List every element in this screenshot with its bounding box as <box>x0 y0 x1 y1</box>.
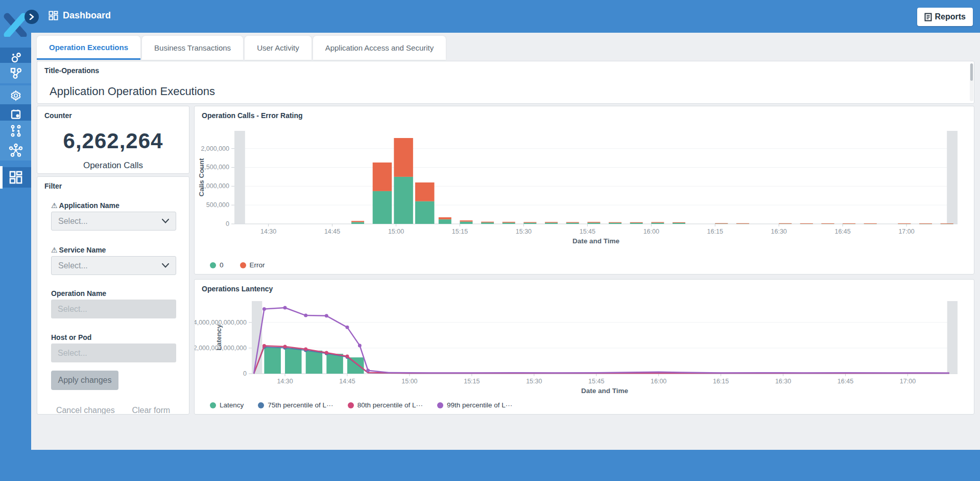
tab-label: Operation Executions <box>49 43 128 52</box>
legend-item-error[interactable]: Error <box>240 261 265 269</box>
legend-label: Latency <box>220 401 244 409</box>
dashboard-grid-icon <box>49 11 58 20</box>
cancel-changes-link[interactable]: Cancel changes <box>56 406 115 415</box>
sidebar-item-service-map[interactable] <box>0 140 31 161</box>
svg-text:15:00: 15:00 <box>388 228 404 235</box>
sidebar-item-dashboards[interactable] <box>0 167 31 188</box>
svg-text:16:45: 16:45 <box>838 378 853 385</box>
reports-button[interactable]: Reports <box>917 8 973 26</box>
svg-text:0: 0 <box>243 370 247 377</box>
operation-name-input[interactable]: Select... <box>51 300 176 318</box>
latency-chart[interactable]: 02,000,000,000,0004,000,000,000,00014:30… <box>195 296 974 398</box>
error-chart-legend: 0 Error <box>210 261 265 269</box>
sidebar-expand-button[interactable] <box>25 10 39 24</box>
hierarchy-icon <box>9 66 22 80</box>
counter-caption: Operation Calls <box>37 161 189 171</box>
svg-text:15:30: 15:30 <box>516 228 532 235</box>
active-item-indicator <box>0 166 3 189</box>
chevron-right-icon <box>29 14 34 20</box>
svg-text:2,000,000: 2,000,000 <box>201 145 229 152</box>
host-or-pod-label: Host or Pod <box>51 333 91 341</box>
legend-dot <box>348 402 354 408</box>
service-map-icon <box>9 143 23 157</box>
legend-item-p80[interactable]: 80th percentile of L··· <box>348 401 423 409</box>
dashboards-grid-icon <box>9 171 22 184</box>
svg-text:14:45: 14:45 <box>339 378 355 385</box>
svg-text:16:30: 16:30 <box>775 378 791 385</box>
error-chart-title: Operation Calls - Error Rating <box>202 111 303 120</box>
svg-text:Date and Time: Date and Time <box>581 387 629 395</box>
title-card-scrollbar[interactable] <box>970 63 973 101</box>
top-bar: Dashboard Reports <box>0 0 980 33</box>
svg-text:15:15: 15:15 <box>452 228 468 235</box>
svg-text:Latency: Latency <box>215 324 223 351</box>
legend-item-p99[interactable]: 99th percentile of L··· <box>437 401 512 409</box>
filter-card: Filter ⚠ Application Name Select... ⚠ Se… <box>37 176 189 415</box>
app-root: Dashboard Reports <box>0 0 980 481</box>
sidebar-item-settings[interactable] <box>0 85 31 106</box>
svg-text:Calls Count: Calls Count <box>198 158 205 197</box>
legend-item-zero[interactable]: 0 <box>210 261 224 269</box>
error-rating-chart-card: Operation Calls - Error Rating 0500,0001… <box>194 106 974 274</box>
tab-bar: Operation Executions Business Transactio… <box>37 36 446 60</box>
scrollbar-thumb[interactable] <box>970 63 973 81</box>
title-card-label: Title-Operations <box>44 66 99 75</box>
counter-value: 6,262,264 <box>37 129 189 153</box>
svg-text:16:45: 16:45 <box>834 228 850 235</box>
latency-chart-legend: Latency 75th percentile of L··· 80th per… <box>210 401 512 409</box>
select-placeholder: Select... <box>58 261 88 270</box>
content-area: Operation Executions Business Transactio… <box>31 33 980 450</box>
report-document-icon <box>924 13 932 21</box>
filter-card-label: Filter <box>44 182 62 190</box>
svg-text:0: 0 <box>226 220 229 227</box>
application-name-select[interactable]: Select... <box>51 212 176 231</box>
service-name-label: ⚠ Service Name <box>51 246 106 254</box>
svg-text:17:00: 17:00 <box>900 378 916 385</box>
title-card: Title-Operations Application Operation E… <box>37 61 974 104</box>
dashboard-title-text: Application Operation Executions <box>50 85 215 98</box>
latency-chart-title: Operations Lantency <box>202 285 273 293</box>
filter-links-row: Cancel changes Clear form <box>37 406 189 415</box>
latency-chart-card: Operations Lantency 02,000,000,000,0004,… <box>194 279 974 415</box>
error-rating-chart[interactable]: 0500,0001,000,0001,500,0002,000,00014:30… <box>195 124 974 251</box>
counter-card-label: Counter <box>44 111 72 120</box>
host-or-pod-input[interactable]: Select... <box>51 343 176 362</box>
svg-text:14:45: 14:45 <box>324 228 340 235</box>
tab-label: Application Access and Security <box>325 43 434 52</box>
chevron-down-icon <box>162 263 169 268</box>
tab-business-transactions[interactable]: Business Transactions <box>142 36 243 60</box>
legend-label: 0 <box>220 261 224 269</box>
tab-application-access-security[interactable]: Application Access and Security <box>313 36 446 60</box>
sidebar-item-workflows[interactable] <box>0 121 31 141</box>
svg-text:16:30: 16:30 <box>771 228 787 235</box>
operation-name-label: Operation Name <box>51 289 106 297</box>
page-title-label: Dashboard <box>63 10 111 21</box>
sidebar-item-hierarchy[interactable] <box>0 63 31 83</box>
application-name-label: ⚠ Application Name <box>51 201 119 210</box>
tab-label: Business Transactions <box>154 43 231 52</box>
sidebar-nav <box>0 33 31 481</box>
warning-icon: ⚠ <box>51 246 58 254</box>
field-label-text: Service Name <box>59 246 106 254</box>
legend-label: Error <box>250 261 265 269</box>
legend-label: 75th percentile of L··· <box>268 401 333 409</box>
legend-dot <box>240 262 246 268</box>
svg-text:16:00: 16:00 <box>643 228 659 235</box>
clear-form-link[interactable]: Clear form <box>132 406 170 415</box>
tab-user-activity[interactable]: User Activity <box>245 36 312 60</box>
apply-changes-button[interactable]: Apply changes <box>51 371 118 390</box>
page-title: Dashboard <box>49 10 111 21</box>
legend-label: 99th percentile of L··· <box>447 401 512 409</box>
legend-item-latency[interactable]: Latency <box>210 401 244 409</box>
service-name-select[interactable]: Select... <box>51 256 176 275</box>
workflow-swap-icon <box>9 124 22 138</box>
select-placeholder: Select... <box>58 217 88 226</box>
svg-text:16:15: 16:15 <box>707 228 723 235</box>
svg-text:Date and Time: Date and Time <box>572 237 620 245</box>
tab-operation-executions[interactable]: Operation Executions <box>37 36 140 60</box>
legend-item-p75[interactable]: 75th percentile of L··· <box>258 401 333 409</box>
select-placeholder: Select... <box>58 349 87 358</box>
legend-dot <box>258 402 264 408</box>
legend-dot <box>437 402 443 408</box>
svg-text:16:15: 16:15 <box>713 378 729 385</box>
